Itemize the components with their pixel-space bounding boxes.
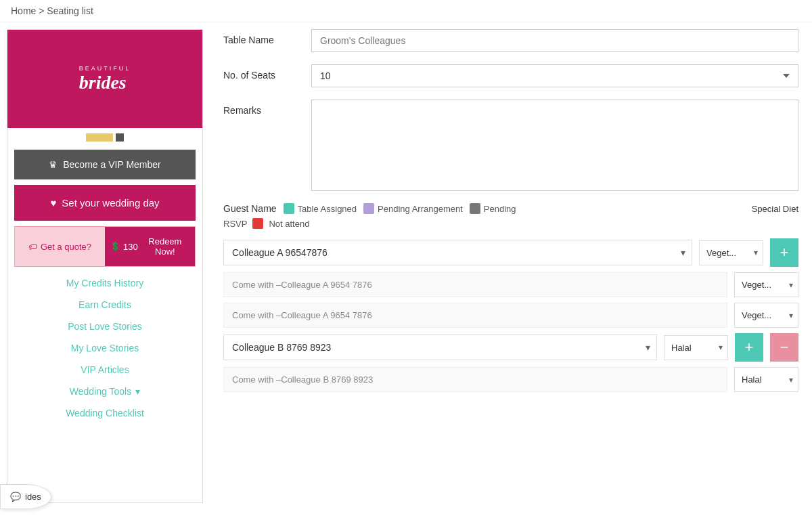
companion-row: Come with –Colleague B 8769 8923 Halal V… (223, 367, 798, 392)
breadcrumb: Home > Seating list (0, 0, 812, 22)
main-content: Table Name No. of Seats 10 567891112 Rem… (210, 22, 812, 510)
legend-table-assigned: Table Assigned (284, 203, 357, 214)
add-guest-button[interactable]: + (735, 333, 763, 362)
special-diet-header-label: Special Diet (752, 204, 798, 214)
rsvp-row: RSVP Not attend (223, 218, 798, 229)
get-quote-button[interactable]: 🏷 Get a quote? (15, 227, 105, 266)
heart-icon: ♥ (50, 197, 56, 209)
diet-select[interactable]: Halal Veget... Normal (664, 335, 728, 360)
breadcrumb-home[interactable]: Home (11, 5, 39, 16)
remarks-row: Remarks (223, 100, 798, 191)
sidebar-item-vip-articles[interactable]: VIP Articles (7, 359, 202, 381)
redeem-button[interactable]: 💲 130 Redeem Now! (105, 227, 195, 266)
crown-icon: ♛ (49, 159, 58, 170)
companion-text: Come with –Colleague A 9654 7876 (223, 303, 727, 328)
diet-select-wrap: Veget... Halal Normal Vegan (699, 240, 763, 265)
companion-row: Come with –Colleague A 9654 7876 Veget..… (223, 272, 798, 297)
companion-text: Come with –Colleague B 8769 8923 (223, 367, 727, 392)
legend-pending: Pending (470, 203, 516, 214)
sidebar-item-my-love-stories[interactable]: My Love Stories (7, 337, 202, 359)
sidebar-logo: BEAUTIFUL brides (7, 30, 202, 128)
breadcrumb-current[interactable]: Seating list (47, 5, 93, 16)
seats-select[interactable]: 10 567891112 (311, 64, 798, 87)
chat-label: ides (25, 492, 41, 502)
companion-text: Come with –Colleague A 9654 7876 (223, 272, 727, 297)
breadcrumb-separator: > (39, 5, 47, 16)
add-guest-button[interactable]: + (770, 238, 798, 267)
diet-select[interactable]: Veget... Halal Normal Vegan (699, 240, 763, 265)
remarks-input[interactable] (311, 100, 798, 191)
legend-pending-arrangement: Pending Arrangement (363, 203, 463, 214)
chat-widget[interactable]: 💬 ides (0, 484, 51, 509)
chat-icon-symbol: 💬 (10, 492, 21, 502)
sidebar: BEAUTIFUL brides ♛ Become a VIP Member ♥… (7, 29, 203, 503)
quote-redeem-bar: 🏷 Get a quote? 💲 130 Redeem Now! (14, 226, 196, 267)
remove-guest-button[interactable]: − (770, 333, 798, 362)
sidebar-item-credits-history[interactable]: My Credits History (7, 272, 202, 294)
companion-diet-select[interactable]: Veget... Halal Normal (734, 272, 798, 297)
remarks-label: Remarks (223, 100, 311, 116)
diet-select-wrap: Halal Veget... Normal (664, 335, 728, 360)
sidebar-nav: My Credits History Earn Credits Post Lov… (7, 272, 202, 424)
guest-row: Colleague A 96547876 Veget... Halal Norm… (223, 238, 798, 267)
sidebar-item-wedding-checklist[interactable]: Wedding Checklist (7, 402, 202, 424)
guest-name-select[interactable]: Colleague B 8769 8923 (223, 335, 657, 360)
sidebar-item-post-love-stories[interactable]: Post Love Stories (7, 316, 202, 337)
tag-icon: 🏷 (28, 242, 37, 252)
sidebar-banner-indicators (7, 128, 202, 147)
chevron-down-icon: ▾ (135, 386, 140, 397)
companion-diet-wrap: Halal Veget... Normal (734, 367, 798, 392)
rsvp-not-attend-label: Not attend (269, 219, 309, 229)
guest-row: Colleague B 8769 8923 Halal Veget... Nor… (223, 333, 798, 362)
seats-row: No. of Seats 10 567891112 (223, 64, 798, 87)
table-name-label: Table Name (223, 29, 311, 45)
sidebar-item-earn-credits[interactable]: Earn Credits (7, 294, 202, 316)
table-name-row: Table Name (223, 29, 798, 52)
companion-diet-select[interactable]: Veget... Halal Normal (734, 303, 798, 328)
companion-diet-wrap: Veget... Halal Normal (734, 272, 798, 297)
table-assigned-icon (284, 203, 294, 214)
dollar-icon: 💲 (110, 242, 120, 251)
table-name-input[interactable] (311, 29, 798, 52)
wedding-day-button[interactable]: ♥ Set your wedding day (14, 185, 196, 221)
logo-sub: BEAUTIFUL (79, 65, 131, 72)
guest-section: Guest Name Table Assigned Pending Arrang… (223, 203, 798, 392)
companion-row: Come with –Colleague A 9654 7876 Veget..… (223, 303, 798, 328)
rsvp-label: RSVP (223, 219, 247, 229)
companion-diet-wrap: Veget... Halal Normal (734, 303, 798, 328)
seats-label: No. of Seats (223, 64, 311, 81)
companion-diet-select[interactable]: Halal Veget... Normal (734, 367, 798, 392)
guest-name-label: Guest Name (223, 203, 277, 214)
not-attend-icon (252, 218, 263, 229)
guest-name-select-wrap: Colleague B 8769 8923 (223, 335, 657, 360)
sidebar-item-wedding-tools[interactable]: Wedding Tools ▾ (7, 381, 202, 402)
pending-icon (470, 203, 480, 214)
guest-legend-row: Guest Name Table Assigned Pending Arrang… (223, 203, 798, 214)
pending-arrangement-icon (363, 203, 374, 214)
logo-text: brides (79, 72, 131, 93)
guest-name-select-wrap: Colleague A 96547876 (223, 240, 692, 265)
vip-member-button[interactable]: ♛ Become a VIP Member (14, 150, 196, 179)
guest-name-select[interactable]: Colleague A 96547876 (223, 240, 692, 265)
